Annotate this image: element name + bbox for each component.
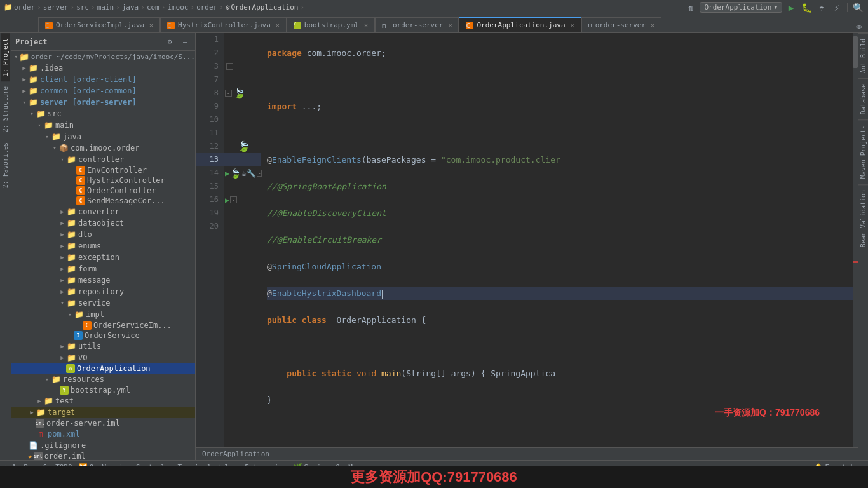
arrow-icon: ▾ bbox=[20, 99, 28, 105]
tree-target[interactable]: ▶ 📁 target bbox=[11, 407, 195, 418]
tab-hystrixcontroller[interactable]: C HystrixController.java ✕ bbox=[160, 17, 287, 32]
tab-orderapplication[interactable]: C OrderApplication.java ✕ bbox=[459, 17, 581, 32]
tree-item-label: OrderController bbox=[87, 186, 156, 195]
tree-common[interactable]: ▶ 📁 common [order-common] bbox=[11, 85, 195, 97]
fold-icon[interactable]: - bbox=[225, 90, 232, 97]
tree-orderservice[interactable]: ▶ I OrderService bbox=[11, 330, 195, 341]
fold-icon[interactable]: - bbox=[230, 196, 237, 203]
tree-gitignore[interactable]: ▶ 📄 .gitignore bbox=[11, 440, 195, 451]
code-editor[interactable]: 1 2 3 7 8 9 10 11 12 13 14 15 16 19 20 bbox=[196, 33, 858, 460]
tree-server[interactable]: ▾ 📁 server [order-server] bbox=[11, 97, 195, 108]
tree-bootstrap-yml[interactable]: ▶ Y bootstrap.yml bbox=[11, 385, 195, 395]
run-class-icon[interactable]: ▶ bbox=[225, 169, 229, 178]
tree-pom-server[interactable]: ▶ m pom.xml bbox=[11, 428, 195, 440]
tree-controller[interactable]: ▾ 📁 controller bbox=[11, 154, 195, 165]
tree-repository[interactable]: ▶ 📁 repository bbox=[11, 286, 195, 297]
run-config-selector[interactable]: OrderApplication ▾ bbox=[700, 2, 782, 13]
java-file-icon: C bbox=[466, 22, 473, 29]
tab-order-server-1[interactable]: m order-server ✕ bbox=[375, 17, 459, 32]
code-line-15 bbox=[267, 340, 853, 353]
tree-vo[interactable]: ▶ 📁 VO bbox=[11, 352, 195, 363]
sidebar-collapse-icon[interactable]: — bbox=[179, 36, 191, 48]
folder-icon: 📁 bbox=[51, 132, 61, 142]
code-line-2 bbox=[267, 73, 853, 86]
tree-item-label: OrderService bbox=[85, 331, 140, 340]
close-icon[interactable]: ✕ bbox=[149, 22, 153, 29]
run-button[interactable]: ▶ bbox=[785, 1, 797, 14]
scroll-thumb bbox=[853, 36, 858, 68]
tree-message[interactable]: ▶ 📁 message bbox=[11, 274, 195, 286]
tree-item-label: pom.xml bbox=[48, 430, 80, 438]
arrow-icon: ▶ bbox=[36, 398, 43, 404]
tree-item-label: dto bbox=[78, 230, 92, 239]
structure-tab[interactable]: 2: Structure bbox=[1, 81, 10, 137]
tree-src[interactable]: ▾ 📁 src bbox=[11, 108, 195, 119]
fold-icon[interactable]: - bbox=[226, 63, 233, 70]
close-icon[interactable]: ✕ bbox=[651, 22, 654, 29]
tree-item-label: bootstrap.yml bbox=[71, 386, 130, 395]
close-icon[interactable]: ✕ bbox=[276, 22, 280, 29]
ant-build-tab[interactable]: Ant Build bbox=[858, 33, 868, 78]
tree-utils[interactable]: ▶ 📁 utils bbox=[11, 341, 195, 352]
profile-button[interactable]: ⚡ bbox=[831, 1, 843, 14]
tree-orderserver-iml[interactable]: ▶ iml order-server.iml bbox=[11, 418, 195, 428]
spring-class-icon: 🍃 bbox=[230, 168, 241, 179]
close-icon[interactable]: ✕ bbox=[571, 22, 574, 29]
tree-dto[interactable]: ▶ 📁 dto bbox=[11, 229, 195, 240]
breadcrumb: 📁 order › server › src › main › java › c… bbox=[4, 3, 684, 11]
tree-resources[interactable]: ▾ 📁 resources bbox=[11, 374, 195, 385]
tab-order-server-2[interactable]: m order-server ✕ bbox=[581, 17, 662, 32]
sidebar-settings-icon[interactable]: ⚙ bbox=[163, 36, 176, 48]
tree-converter[interactable]: ▶ 📁 converter bbox=[11, 206, 195, 217]
tree-impl[interactable]: ▾ 📁 impl bbox=[11, 309, 195, 320]
coverage-button[interactable]: ☂ bbox=[815, 1, 828, 14]
tree-hystrixcontroller[interactable]: ▶ C HystrixController bbox=[11, 175, 195, 186]
line-num: 3 bbox=[196, 60, 224, 73]
arrow-icon: ▶ bbox=[58, 220, 66, 226]
tree-item-label: utils bbox=[78, 342, 101, 351]
tree-envcontroller[interactable]: ▶ C EnvController bbox=[11, 165, 195, 175]
tree-exception[interactable]: ▶ 📁 exception bbox=[11, 252, 195, 263]
folder-icon: 📁 bbox=[66, 229, 76, 240]
tree-root[interactable]: ▾ 📁 order ~/code/myProjects/java/imooc/S… bbox=[11, 51, 195, 62]
debug-button[interactable]: 🐛 bbox=[800, 1, 813, 14]
maven-projects-tab[interactable]: Maven Projects bbox=[858, 119, 868, 184]
close-icon[interactable]: ✕ bbox=[364, 22, 368, 29]
module-icon: m bbox=[588, 22, 592, 29]
sidebar-title: Project bbox=[15, 37, 48, 46]
tab-orderserviceimpl[interactable]: C OrderServiceImpl.java ✕ bbox=[38, 17, 160, 32]
tree-dataobject[interactable]: ▶ 📁 dataobject bbox=[11, 217, 195, 229]
tree-test[interactable]: ▶ 📁 test bbox=[11, 395, 195, 407]
recent-files-icon[interactable]: ◁▷ bbox=[853, 20, 865, 32]
scrollbar[interactable] bbox=[853, 33, 858, 447]
tree-java-root[interactable]: ▾ 📁 java bbox=[11, 131, 195, 142]
tree-service[interactable]: ▾ 📁 service bbox=[11, 297, 195, 309]
tree-item-label: impl bbox=[86, 310, 104, 319]
tree-enums[interactable]: ▶ 📁 enums bbox=[11, 240, 195, 252]
search-icon[interactable]: 🔍 bbox=[851, 1, 864, 14]
tree-client[interactable]: ▶ 📁 client [order-client] bbox=[11, 74, 195, 85]
database-tab[interactable]: Database bbox=[858, 78, 868, 119]
tree-orderapplication[interactable]: ▶ ⚙ OrderApplication bbox=[11, 363, 195, 374]
code-text[interactable]: package com.imooc.order; import ...; @En… bbox=[261, 33, 853, 447]
tree-order-iml[interactable]: ★ iml order.iml bbox=[11, 451, 195, 460]
tree-item-label: SendMessageCor... bbox=[87, 196, 165, 205]
close-icon[interactable]: ✕ bbox=[448, 22, 452, 29]
favorites-tab[interactable]: 2: Favorites bbox=[1, 137, 10, 193]
tree-main[interactable]: ▾ 📁 main bbox=[11, 119, 195, 131]
tree-package[interactable]: ▾ 📦 com.imooc.order bbox=[11, 142, 195, 154]
tree-idea[interactable]: ▶ 📁 .idea bbox=[11, 62, 195, 74]
code-line-16: public static void main(String[] args) {… bbox=[267, 367, 853, 380]
folder-icon: 📁 bbox=[66, 207, 76, 217]
project-tab[interactable]: 1: Project bbox=[1, 33, 10, 81]
tree-form[interactable]: ▶ 📁 form bbox=[11, 263, 195, 274]
vcs-update-icon[interactable]: ⇅ bbox=[684, 1, 697, 14]
tab-bootstrap[interactable]: Y bootstrap.yml ✕ bbox=[287, 17, 375, 32]
line-num: 13 bbox=[196, 153, 224, 166]
folder-icon: 📁 bbox=[36, 407, 46, 417]
tree-orderserviceimpl[interactable]: ▶ C OrderServiceIm... bbox=[11, 320, 195, 330]
run-method-icon[interactable]: ▶ bbox=[225, 196, 229, 205]
bean-validation-tab[interactable]: Bean Validation bbox=[858, 184, 868, 252]
tree-sendmessage[interactable]: ▶ C SendMessageCor... bbox=[11, 196, 195, 206]
tree-ordercontroller[interactable]: ▶ C OrderController bbox=[11, 186, 195, 196]
